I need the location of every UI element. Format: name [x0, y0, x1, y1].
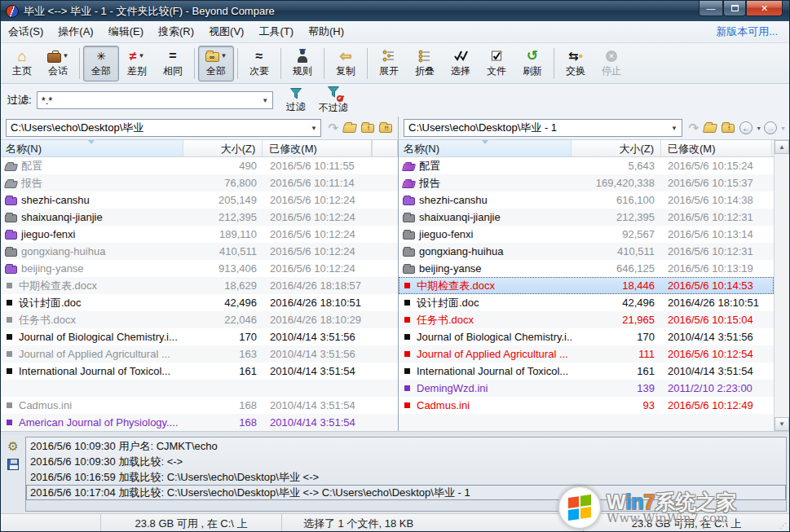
filter-combobox[interactable]: *.* ▼: [37, 91, 273, 109]
row-modified: 2016/5/6 10:12:31: [661, 211, 772, 223]
toolbar-button-copy-arrow[interactable]: ⇦复制: [328, 46, 364, 81]
file-row[interactable]: 设计封面.doc42,4962016/4/26 18:10:51: [399, 294, 774, 311]
toolbar-button-refresh[interactable]: ↺刷新: [514, 46, 550, 81]
toolbar-button-session-briefcase[interactable]: ▼会话: [40, 46, 76, 81]
filter-button[interactable]: 过滤: [286, 87, 306, 114]
toolbar-button-same[interactable]: =相同: [155, 46, 191, 81]
file-row[interactable]: [1, 380, 398, 397]
file-row[interactable]: International Journal of Toxicol...16120…: [1, 363, 398, 380]
minimize-button[interactable]: —: [699, 1, 723, 16]
menu-item[interactable]: 会话(S): [1, 22, 51, 41]
file-row[interactable]: 报告169,420,3382016/5/6 10:15:37: [399, 174, 774, 191]
row-name-cell: shezhi-canshu: [1, 194, 183, 206]
forward-button[interactable]: →: [764, 121, 777, 134]
forward-icon: →: [764, 121, 777, 134]
column-header-size[interactable]: 大小(Z): [183, 140, 263, 156]
column-header-name[interactable]: 名称(N): [399, 140, 572, 156]
column-header-modified[interactable]: 已修改(M): [661, 140, 772, 156]
file-row[interactable]: 配置4902016/5/6 10:11:55: [1, 157, 398, 174]
back-button[interactable]: ←: [739, 121, 752, 134]
file-row[interactable]: 中期检查表.docx18,4462016/5/6 10:14:53: [399, 277, 774, 294]
file-row[interactable]: DemingWzd.ini1392011/2/10 2:23:00: [399, 380, 774, 397]
scroll-up-icon[interactable]: ▲: [775, 140, 789, 154]
file-row[interactable]: shezhi-canshu616,1002016/5/6 10:14:38: [399, 191, 774, 209]
toolbar-button-show-all-star[interactable]: ✳全部: [83, 46, 119, 81]
toolbar-button-differences[interactable]: ≠▼差别: [119, 46, 155, 81]
menu-item[interactable]: 帮助(H): [301, 22, 351, 41]
folder-up-icon: ↑: [361, 124, 374, 133]
file-row[interactable]: 中期检查表.docx18,6292016/4/26 18:18:57: [1, 277, 398, 294]
toolbar-button-view-all-folder[interactable]: ∞▼全部: [198, 46, 234, 81]
left-parent-folder-button[interactable]: ↑: [361, 124, 374, 133]
file-row[interactable]: Journal of Applied Agricultural ...16320…: [1, 345, 398, 363]
folder-open-gray-icon: [4, 181, 18, 188]
file-row[interactable]: 任务书.docx21,9652016/5/6 10:15:04: [399, 311, 774, 328]
file-row[interactable]: Cadmus.ini932016/5/6 10:12:49: [399, 397, 774, 414]
left-browse-folder-button[interactable]: [343, 124, 356, 133]
toolbar-button-select-check[interactable]: 选择: [443, 46, 479, 81]
file-row[interactable]: beijing-yanse913,4062016/5/6 10:12:24: [1, 260, 398, 277]
file-row[interactable]: shezhi-canshu205,1492016/5/6 10:12:24: [1, 191, 398, 209]
close-button[interactable]: ✕: [746, 1, 783, 16]
file-list: 配置5,6432016/5/6 10:15:24报告169,420,338201…: [399, 157, 774, 431]
file-row[interactable]: 设计封面.doc42,4962016/4/26 18:10:51: [1, 294, 398, 311]
file-row[interactable]: gongxiang-huihua410,5112016/5/6 10:12:31: [399, 243, 774, 260]
toolbar-button-iconwrap: [418, 48, 431, 64]
dropdown-caret-icon[interactable]: ▼: [138, 52, 144, 59]
menu-item[interactable]: 工具(T): [251, 22, 301, 41]
beyond-compare-window: 毕业 <--> 毕业 - 1 - 文件夹比较(F) - Beyond Compa…: [0, 0, 790, 532]
toolbar-button-collapse[interactable]: 折叠: [407, 46, 443, 81]
file-icon: [404, 402, 410, 408]
new-version-link[interactable]: 新版本可用...: [716, 24, 789, 39]
toolbar-button-file-check[interactable]: 文件: [479, 46, 514, 81]
file-row[interactable]: 任务书.docx22,0462016/4/26 18:10:29: [1, 311, 398, 328]
file-row[interactable]: 配置5,6432016/5/6 10:15:24: [399, 157, 774, 174]
right-path-dropdown-icon[interactable]: ▼: [668, 120, 682, 136]
log-options-gear-icon[interactable]: ⚙: [7, 440, 18, 452]
file-row[interactable]: [399, 414, 774, 431]
toolbar-button-minor[interactable]: ≈次要: [241, 46, 277, 81]
menu-item[interactable]: 编辑(E): [101, 22, 151, 41]
right-path-combobox[interactable]: C:\Users\echo\Desktop\毕业 - 1 ▼: [404, 119, 682, 137]
filter-dropdown-icon[interactable]: ▼: [258, 92, 272, 108]
left-path-combobox[interactable]: C:\Users\echo\Desktop\毕业 ▼: [6, 119, 321, 137]
maximize-button[interactable]: [723, 1, 746, 16]
file-row[interactable]: 报告76,8002016/5/6 10:11:14: [1, 174, 398, 191]
file-row[interactable]: gongxiang-huihua410,5112016/5/6 10:12:24: [1, 243, 398, 260]
menu-item[interactable]: 搜索(R): [151, 22, 201, 41]
file-row[interactable]: jieguo-fenxi92,5672016/5/6 10:13:14: [399, 226, 774, 243]
resize-grip[interactable]: ⋰: [779, 521, 788, 530]
file-row[interactable]: shaixuanqi-jianjie212,3952016/5/6 10:12:…: [399, 209, 774, 226]
menu-item[interactable]: 操作(A): [51, 22, 100, 41]
exclude-filter-button[interactable]: 不过滤: [319, 86, 348, 115]
file-row[interactable]: shaixuanqi-jianjie212,3952016/5/6 10:12:…: [1, 209, 398, 226]
toolbar-button-stop[interactable]: ✕停止: [594, 46, 629, 81]
file-row[interactable]: beijing-yanse646,1252016/5/6 10:13:19: [399, 260, 774, 277]
toolbar-button-home[interactable]: ⌂主页: [4, 46, 40, 81]
back-dropdown-icon[interactable]: ▼: [756, 125, 761, 131]
column-header-modified[interactable]: 已修改(M): [263, 140, 372, 156]
right-parent-folder-button[interactable]: ↑: [722, 124, 735, 133]
left-path-dropdown-icon[interactable]: ▼: [307, 120, 320, 136]
column-header-name[interactable]: 名称(N): [1, 140, 183, 156]
scroll-down-icon[interactable]: ▼: [775, 417, 789, 431]
vertical-scrollbar[interactable]: ▲ ▼: [774, 140, 789, 431]
file-row[interactable]: Journal of Biological Chemistry.i...1702…: [399, 328, 774, 345]
file-row[interactable]: Journal of Applied Agricultural ...11120…: [399, 345, 774, 363]
forward-dropdown-icon[interactable]: ▼: [780, 125, 786, 131]
file-row[interactable]: American Journal of Physiology....168201…: [1, 414, 398, 431]
file-row[interactable]: Journal of Biological Chemistry.i...1702…: [1, 328, 398, 345]
dropdown-caret-icon[interactable]: ▼: [221, 52, 227, 59]
file-row[interactable]: Cadmus.ini1682010/4/14 3:51:54: [1, 397, 398, 414]
dropdown-caret-icon[interactable]: ▼: [63, 52, 69, 59]
toolbar-button-expand[interactable]: 展开: [371, 46, 407, 81]
toolbar-button-swap[interactable]: ⇆•交换: [558, 46, 594, 81]
left-parent-both-button[interactable]: ↑↑: [379, 124, 392, 133]
file-row[interactable]: jieguo-fenxi189,1102016/5/6 10:12:24: [1, 226, 398, 243]
column-header-size[interactable]: 大小(Z): [572, 140, 661, 156]
file-row[interactable]: International Journal of Toxicol...16120…: [399, 363, 774, 380]
menu-item[interactable]: 视图(V): [201, 22, 251, 41]
save-log-icon[interactable]: [7, 459, 19, 470]
right-browse-folder-button[interactable]: [704, 124, 717, 133]
toolbar-button-rules-referee[interactable]: 规则: [285, 46, 320, 81]
